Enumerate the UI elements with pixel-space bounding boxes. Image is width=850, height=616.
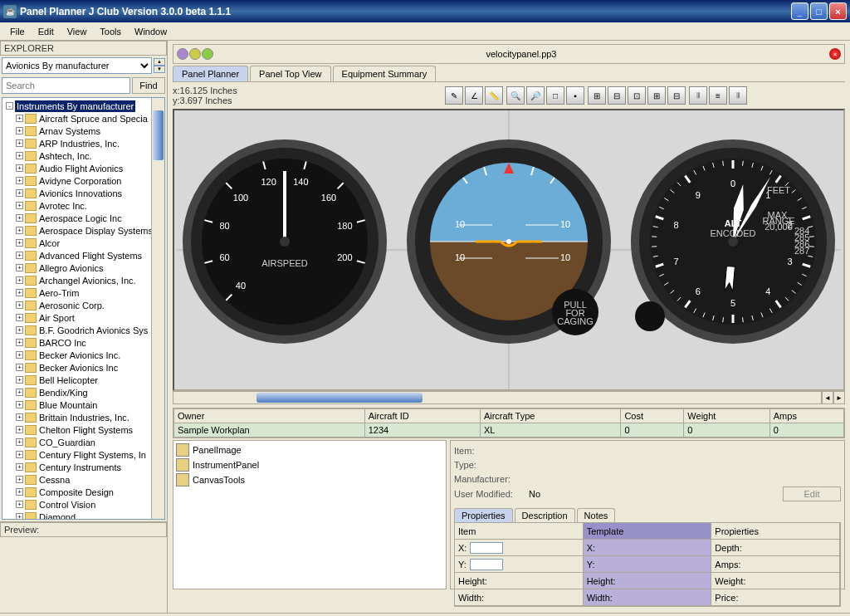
doc-icon-1[interactable] [177, 48, 188, 60]
svg-text:80: 80 [219, 221, 229, 231]
filter-dropdown[interactable]: Avionics By manufacturer [2, 57, 152, 74]
layer-item[interactable]: InstrumentPanel [175, 457, 444, 472]
java-icon: ☕ [3, 5, 17, 18]
tree-item[interactable]: +B.F. Goodrich Avionics Sys [4, 324, 163, 336]
ptab-notes[interactable]: Notes [577, 508, 616, 522]
ptab-description[interactable]: Description [515, 508, 575, 522]
prop-field[interactable]: Width: [455, 589, 584, 606]
table-cell[interactable]: 1234 [364, 423, 480, 438]
tree-item[interactable]: +Archangel Avionics, Inc. [4, 274, 163, 286]
layer-item[interactable]: PanelImage [175, 442, 444, 457]
prop-field[interactable]: Height: [455, 573, 584, 589]
menu-file[interactable]: File [3, 25, 32, 38]
tree-item[interactable]: +Bell Helicopter [4, 374, 163, 386]
tree-item[interactable]: +Audio Flight Avionics [4, 162, 163, 174]
svg-text:0: 0 [730, 178, 735, 188]
tree-item[interactable]: +Aircraft Spruce and Specia [4, 112, 163, 125]
menu-window[interactable]: Window [128, 25, 173, 38]
statusbar [0, 613, 850, 616]
layer-item[interactable]: CanvasTools [175, 472, 444, 487]
tree-item[interactable]: +Century Flight Systems, In [4, 448, 163, 461]
tree-item[interactable]: +BARCO Inc [4, 336, 163, 349]
tool-align-1[interactable]: ⊞ [588, 86, 606, 105]
tool-zoom-out[interactable]: 🔎 [526, 86, 545, 105]
table-cell[interactable]: XL [480, 423, 621, 438]
menu-view[interactable]: View [61, 25, 94, 38]
document-close-button[interactable]: × [829, 48, 841, 60]
tool-dist-2[interactable]: ≡ [709, 86, 727, 105]
tree-item[interactable]: +Cessna [4, 473, 163, 486]
tree-item[interactable]: +Arnav Systems [4, 125, 163, 137]
doc-icon-2[interactable] [189, 48, 201, 60]
tool-dist-1[interactable]: ⫴ [689, 86, 707, 105]
svg-text:7: 7 [673, 257, 678, 266]
tree-item[interactable]: +Alcor [4, 237, 163, 249]
tree-item[interactable]: +Diamond [4, 511, 163, 520]
tree-view[interactable]: -Instruments By manufacturer+Aircraft Sp… [2, 97, 165, 520]
tool-pen[interactable]: ✎ [445, 86, 463, 105]
tree-item[interactable]: +Composite Design [4, 486, 163, 498]
tree-item[interactable]: +Aerosonic Corp. [4, 299, 163, 311]
tree-item[interactable]: +Control Vision [4, 498, 163, 511]
tree-item[interactable]: +Air Sport [4, 311, 163, 324]
prop-field[interactable]: Y: [455, 556, 584, 573]
prop-field[interactable]: X: [455, 540, 584, 556]
table-cell[interactable]: Sample Workplan [174, 423, 365, 438]
edit-button[interactable]: Edit [783, 486, 841, 501]
tree-item[interactable]: +Aerospace Logic Inc [4, 212, 163, 224]
layers-panel[interactable]: PanelImageInstrumentPanelCanvasTools [173, 440, 447, 589]
tree-item[interactable]: +Avionics Innovations [4, 187, 163, 199]
tree-item[interactable]: +Allegro Avionics [4, 262, 163, 274]
svg-text:4: 4 [765, 286, 770, 296]
tree-item[interactable]: +ARP Industries, Inc. [4, 137, 163, 149]
tool-zoom-in[interactable]: 🔍 [506, 86, 525, 105]
tree-scrollbar[interactable] [151, 98, 164, 519]
tool-align-4[interactable]: ⊞ [647, 86, 666, 105]
menu-edit[interactable]: Edit [32, 25, 61, 38]
tab-panel-top-view[interactable]: Panel Top View [250, 66, 330, 81]
tree-item[interactable]: +Blue Mountain [4, 398, 163, 411]
tree-item[interactable]: +Chelton Flight Systems [4, 423, 163, 436]
tree-item[interactable]: +Aero-Trim [4, 286, 163, 299]
tab-panel-planner[interactable]: Panel Planner [173, 66, 248, 81]
svg-text:3: 3 [787, 257, 792, 266]
tree-item[interactable]: +Brittain Industries, Inc. [4, 411, 163, 423]
tool-align-3[interactable]: ⊡ [628, 86, 646, 105]
tool-angle[interactable]: ∠ [465, 86, 483, 105]
tool-ruler[interactable]: 📏 [485, 86, 503, 105]
tab-equipment-summary[interactable]: Equipment Summary [333, 66, 437, 81]
minimize-button[interactable]: _ [791, 2, 808, 20]
tool-dist-3[interactable]: ⫴ [729, 86, 747, 105]
tree-item[interactable]: +CO_Guardian [4, 436, 163, 448]
tree-item[interactable]: +Avidyne Corporation [4, 174, 163, 187]
table-cell[interactable]: 0 [684, 423, 769, 438]
tool-align-2[interactable]: ⊟ [608, 86, 626, 105]
tree-item[interactable]: +Aerospace Display Systems [4, 224, 163, 237]
tree-item[interactable]: +Becker Avionics Inc [4, 361, 163, 374]
table-cell[interactable]: 0 [621, 423, 684, 438]
maximize-button[interactable]: □ [810, 2, 828, 20]
canvas-area[interactable]: 406080100120140160180200 AIRSPEED 10 10 … [173, 109, 845, 391]
svg-text:AIRSPEED: AIRSPEED [261, 258, 308, 268]
close-button[interactable]: × [829, 2, 847, 20]
find-button[interactable]: Find [132, 77, 165, 94]
filter-spinner[interactable]: ▲▼ [154, 58, 165, 73]
tree-item[interactable]: +Becker Avionics Inc. [4, 349, 163, 361]
ptab-properties[interactable]: Propierties [454, 508, 513, 522]
tree-item[interactable]: +Advanced Flight Systems [4, 249, 163, 262]
menu-tools[interactable]: Tools [93, 25, 128, 38]
search-input[interactable] [2, 77, 130, 94]
table-cell[interactable]: 0 [769, 423, 843, 438]
tree-item[interactable]: +Ashtech, Inc. [4, 149, 163, 162]
svg-text:40: 40 [236, 281, 246, 291]
doc-icon-3[interactable] [202, 48, 213, 60]
tree-item[interactable]: +Century Instruments [4, 461, 163, 473]
tree-item[interactable]: +Bendix/King [4, 386, 163, 398]
table-header: Owner [174, 409, 365, 423]
canvas-h-scrollbar[interactable]: ◄► [173, 391, 845, 404]
tool-fit[interactable]: □ [546, 86, 564, 105]
tool-actual[interactable]: ▪ [566, 86, 584, 105]
tool-align-5[interactable]: ⊟ [667, 86, 686, 105]
window-title: Panel Planner J Club Version 3.0.0 beta … [20, 6, 791, 17]
tree-item[interactable]: +Avrotec Inc. [4, 199, 163, 212]
